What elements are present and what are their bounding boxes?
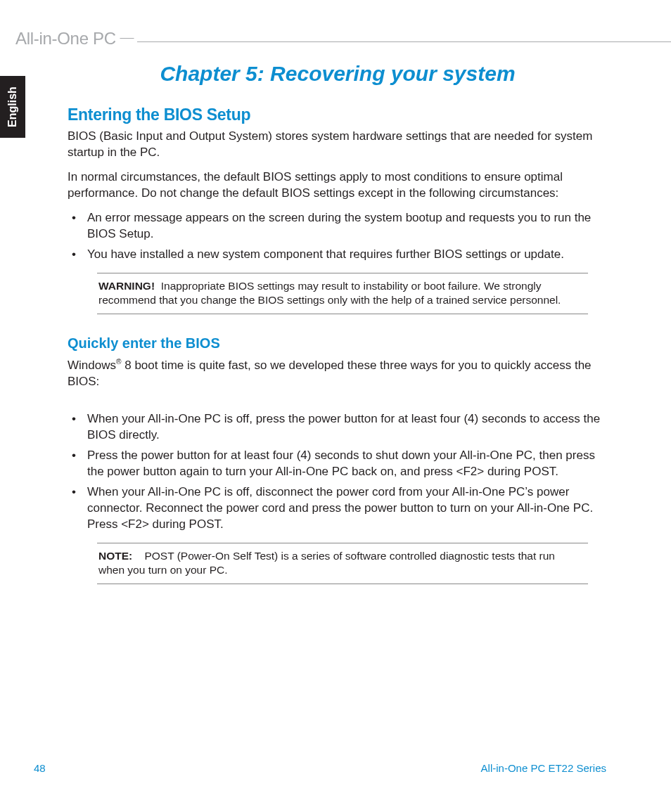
quick-bios-list: When your All-in-One PC is off, press th… bbox=[68, 411, 608, 533]
list-item: An error message appears on the screen d… bbox=[68, 210, 608, 243]
header-label: All-in-One PC bbox=[15, 29, 116, 51]
note-label: NOTE: bbox=[98, 550, 132, 562]
page-number: 48 bbox=[34, 762, 46, 774]
footer-series: All-in-One PC ET22 Series bbox=[481, 762, 606, 774]
header-divider-line bbox=[137, 41, 671, 42]
note-text: POST (Power-On Self Test) is a series of… bbox=[98, 550, 555, 576]
language-tab: English bbox=[0, 76, 25, 138]
bios-intro-paragraph: BIOS (Basic Input and Output System) sto… bbox=[68, 129, 608, 161]
bios-conditions-list: An error message appears on the screen d… bbox=[68, 210, 608, 263]
page-footer: 48 All-in-One PC ET22 Series bbox=[34, 762, 606, 774]
header-divider-diag bbox=[120, 30, 142, 39]
quick-bios-paragraph: Windows® 8 boot time is quite fast, so w… bbox=[68, 357, 608, 390]
list-item: When your All-in-One PC is off, press th… bbox=[68, 411, 608, 444]
bios-conditions-paragraph: In normal circumstances, the default BIO… bbox=[68, 169, 608, 202]
text-rest: 8 boot time is quite fast, so we develop… bbox=[68, 359, 592, 388]
list-item: When your All-in-One PC is off, disconne… bbox=[68, 484, 608, 533]
warning-box: WARNING! Inappropriate BIOS settings may… bbox=[97, 273, 588, 315]
text-windows: Windows bbox=[68, 359, 116, 372]
list-item: Press the power button for at least four… bbox=[68, 448, 608, 480]
language-label: English bbox=[6, 86, 19, 127]
note-box: NOTE: POST (Power-On Self Test) is a ser… bbox=[97, 543, 588, 585]
warning-text: Inappropriate BIOS settings may result t… bbox=[98, 280, 561, 307]
warning-label: WARNING! bbox=[98, 280, 155, 292]
section-entering-bios-heading: Entering the BIOS Setup bbox=[68, 105, 608, 124]
page-content: Chapter 5: Recovering your system Enteri… bbox=[68, 62, 608, 605]
section-quickly-enter-heading: Quickly enter the BIOS bbox=[68, 335, 608, 352]
page-header: All-in-One PC bbox=[0, 30, 671, 51]
list-item: You have installed a new system componen… bbox=[68, 247, 608, 263]
chapter-title: Chapter 5: Recovering your system bbox=[68, 62, 608, 86]
